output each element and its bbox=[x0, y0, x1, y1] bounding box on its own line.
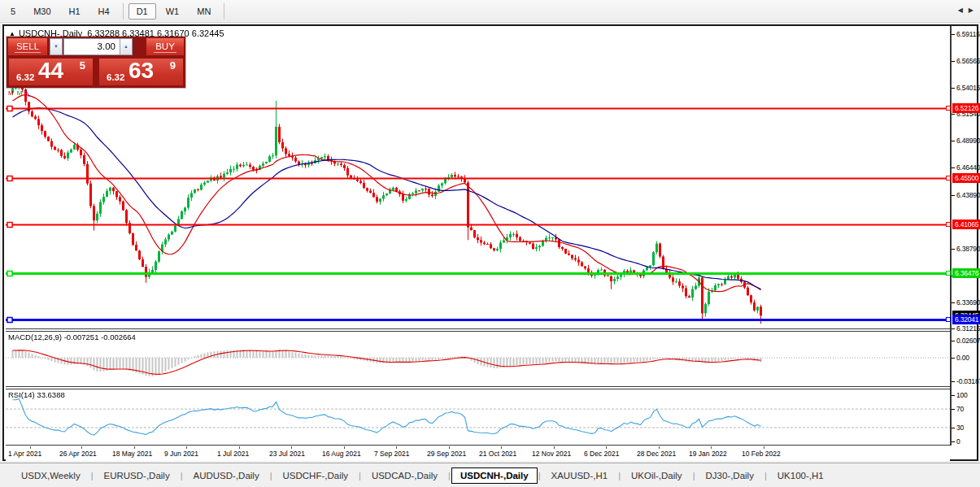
pane-separator bbox=[6, 445, 950, 446]
toolbar-separator bbox=[224, 3, 224, 20]
date-tick bbox=[764, 446, 764, 449]
price-level-label[interactable]: 6.41065 bbox=[952, 220, 980, 229]
price-tick-label: 6.48990 bbox=[956, 137, 980, 145]
rsi-indicator-label: RSI(14) 33.6388 bbox=[8, 390, 65, 399]
level-anchor-icon bbox=[946, 271, 951, 276]
price-tick-dash bbox=[952, 167, 955, 168]
price-tick-dash bbox=[952, 34, 955, 35]
rsi-axis-label: 0 bbox=[956, 437, 960, 446]
date-label: 10 Feb 2022 bbox=[742, 450, 781, 458]
buy-button[interactable]: BUY bbox=[146, 38, 184, 55]
timeframe-button-h4[interactable]: H4 bbox=[90, 3, 118, 20]
tab-separator: | bbox=[618, 471, 621, 480]
tab-separator: | bbox=[448, 471, 451, 480]
price-tick-label: 6.43890 bbox=[956, 191, 980, 199]
price-tick-label: 6.56565 bbox=[956, 57, 980, 65]
price-tick-dash bbox=[952, 302, 955, 303]
date-label: 26 Apr 2021 bbox=[59, 450, 97, 458]
rsi-axis-label: 70 bbox=[956, 405, 964, 413]
price-level-label[interactable]: 6.52126 bbox=[952, 103, 980, 113]
date-label: 23 Jul 2021 bbox=[269, 450, 305, 458]
date-tick bbox=[659, 446, 660, 449]
sell-price-big: 44 bbox=[38, 58, 63, 84]
rsi-pane-canvas[interactable] bbox=[6, 389, 950, 444]
date-label: 19 Jan 2022 bbox=[689, 450, 727, 458]
timeframe-toolbar: 5M30H1H4D1W1MN bbox=[0, 0, 980, 23]
chart-tab-usdchf[interactable]: USDCHF-,Daily bbox=[273, 467, 359, 484]
macd-axis-label-dash bbox=[952, 341, 955, 341]
rsi-axis-label-dash bbox=[952, 428, 955, 428]
macd-indicator-label: MACD(12,26,9) -0.007251 -0.002664 bbox=[8, 333, 136, 341]
price-tick-dash bbox=[952, 141, 955, 141]
rsi-axis-label-dash bbox=[952, 409, 955, 410]
date-label: 9 Jun 2021 bbox=[164, 450, 198, 458]
price-tick-dash bbox=[952, 249, 955, 250]
sell-price-button[interactable]: 6.32 44 5 bbox=[9, 59, 93, 85]
object-icon-1[interactable]: M bbox=[8, 89, 17, 97]
tab-scroll-right-icon[interactable]: ▶ bbox=[969, 7, 973, 14]
date-tick bbox=[30, 446, 31, 449]
buy-price-big: 63 bbox=[128, 58, 154, 84]
date-label: 18 May 2021 bbox=[112, 450, 152, 458]
sell-button[interactable]: SELL bbox=[8, 38, 47, 55]
tab-separator: | bbox=[764, 471, 767, 480]
price-level-label[interactable]: 6.36476 bbox=[952, 268, 980, 278]
chart-tab-usdcnh[interactable]: USDCNH-,Daily bbox=[451, 467, 538, 484]
price-tick-label: 6.59115 bbox=[956, 30, 980, 38]
timeframe-button-5[interactable]: 5 bbox=[2, 3, 24, 20]
timeframe-button-h1[interactable]: H1 bbox=[61, 3, 89, 20]
level-anchor-icon bbox=[946, 222, 951, 227]
terminal-root: 5M30H1H4D1W1MN ▲USDCNH-,Daily 6.33288 6.… bbox=[0, 0, 980, 487]
timeframe-button-w1[interactable]: W1 bbox=[158, 3, 188, 20]
price-tick-dash bbox=[952, 195, 955, 196]
tab-separator: | bbox=[693, 471, 695, 480]
chart-tab-bar: USDX,Weekly|EURUSD-,Daily|AUDUSD-,Daily|… bbox=[0, 463, 980, 487]
price-level-label[interactable]: 6.45500 bbox=[952, 173, 980, 183]
date-label: 12 Nov 2021 bbox=[532, 450, 571, 458]
volume-decrease-button[interactable]: ▼ bbox=[50, 38, 63, 55]
date-tick bbox=[501, 446, 502, 449]
chart-tab-dj30[interactable]: DJ30-,Daily bbox=[695, 467, 763, 484]
chart-tab-uk100[interactable]: UK100-,H1 bbox=[768, 467, 834, 484]
spin-up-icon: ▲ bbox=[124, 44, 128, 49]
chart-tab-usdx[interactable]: USDX,Weekly bbox=[11, 467, 90, 484]
buy-price-sup: 9 bbox=[170, 59, 176, 72]
toolbar-separator bbox=[123, 3, 124, 20]
object-icon-3[interactable]: ╲ bbox=[25, 89, 33, 97]
price-tick-dash bbox=[952, 114, 955, 115]
price-tick-dash bbox=[952, 88, 955, 89]
date-tick bbox=[186, 446, 187, 449]
pane-separator[interactable] bbox=[6, 328, 950, 329]
tab-scroll-arrows: ◀▶ bbox=[952, 7, 973, 14]
chart-window: ▲USDCNH-,Daily 6.33288 6.33481 6.31670 6… bbox=[2, 24, 978, 461]
tab-separator: | bbox=[359, 471, 361, 480]
object-icon-2[interactable]: M bbox=[17, 89, 26, 97]
spin-down-icon: ▼ bbox=[54, 44, 59, 49]
date-tick bbox=[711, 446, 712, 449]
macd-pane-canvas[interactable] bbox=[6, 332, 950, 385]
rsi-axis-label-dash bbox=[952, 395, 955, 396]
buy-price-button[interactable]: 6.32 63 9 bbox=[99, 59, 183, 85]
date-tick bbox=[606, 446, 607, 449]
macd-axis-label: 0.02607 bbox=[956, 337, 980, 345]
timeframe-button-m30[interactable]: M30 bbox=[25, 3, 59, 20]
pane-separator[interactable] bbox=[6, 386, 950, 387]
rsi-axis-label-dash bbox=[952, 441, 955, 442]
chart-tab-ukoil[interactable]: UKOil-,Daily bbox=[621, 467, 692, 484]
volume-input[interactable]: 3.00 bbox=[63, 38, 120, 55]
tab-scroll-left-icon[interactable]: ◀ bbox=[958, 7, 963, 14]
tab-separator: | bbox=[91, 471, 94, 480]
chart-tab-usdcad[interactable]: USDCAD-,Daily bbox=[362, 467, 447, 484]
chart-tab-audusd[interactable]: AUDUSD-,Daily bbox=[184, 467, 269, 484]
volume-increase-button[interactable]: ▲ bbox=[120, 38, 133, 55]
date-tick bbox=[134, 446, 135, 449]
timeframe-button-d1[interactable]: D1 bbox=[128, 3, 156, 20]
price-axis-border bbox=[950, 26, 952, 446]
price-level-label[interactable]: 6.32041 bbox=[952, 315, 980, 324]
date-tick bbox=[449, 446, 450, 449]
buy-price-prefix: 6.32 bbox=[107, 72, 124, 82]
chart-tab-eurusd[interactable]: EURUSD-,Daily bbox=[94, 467, 180, 484]
date-axis[interactable]: 1 Apr 202126 Apr 202118 May 20219 Jun 20… bbox=[6, 446, 950, 461]
timeframe-button-mn[interactable]: MN bbox=[189, 3, 219, 20]
chart-tab-xauusd[interactable]: XAUUSD-,H1 bbox=[541, 467, 617, 484]
